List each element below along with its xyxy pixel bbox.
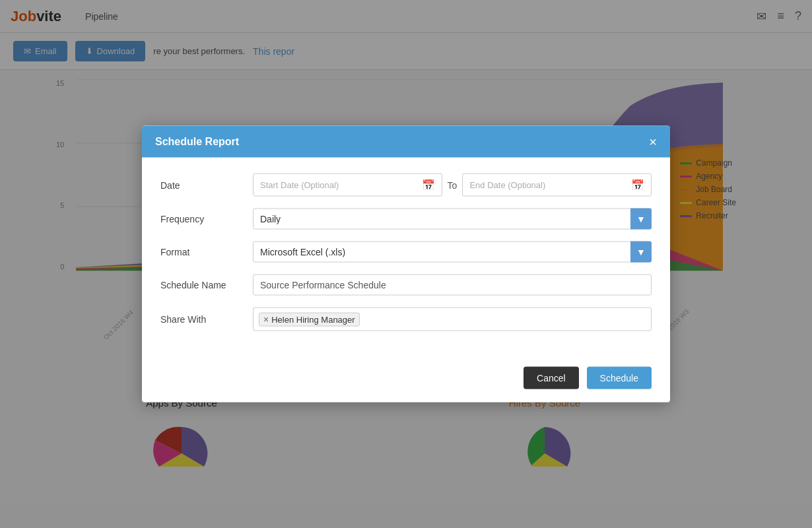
share-with-control: × Helen Hiring Manager bbox=[253, 308, 652, 331]
end-date-input[interactable]: End Date (Optional) 📅 bbox=[462, 174, 652, 197]
schedule-name-input[interactable] bbox=[253, 275, 652, 296]
format-select-wrapper: Microsoft Excel (.xls) CSV PDF ▼ bbox=[253, 242, 652, 263]
modal-header: Schedule Report × bbox=[142, 126, 670, 158]
frequency-select[interactable]: Daily Weekly Monthly bbox=[253, 209, 652, 230]
schedule-button[interactable]: Schedule bbox=[587, 367, 652, 389]
tag-remove-button[interactable]: × bbox=[263, 315, 269, 324]
date-label: Date bbox=[160, 180, 253, 190]
tag-user-label: Helen Hiring Manager bbox=[271, 314, 355, 324]
modal-title: Schedule Report bbox=[155, 136, 239, 148]
frequency-select-wrapper: Daily Weekly Monthly ▼ bbox=[253, 209, 652, 230]
schedule-name-row: Schedule Name bbox=[160, 275, 652, 296]
date-wrapper: Start Date (Optional) 📅 To End Date (Opt… bbox=[253, 174, 652, 197]
format-row: Format Microsoft Excel (.xls) CSV PDF ▼ bbox=[160, 242, 652, 263]
schedule-name-control bbox=[253, 275, 652, 296]
format-select[interactable]: Microsoft Excel (.xls) CSV PDF bbox=[253, 242, 652, 263]
modal-body: Date Start Date (Optional) 📅 To End Date… bbox=[142, 158, 670, 359]
end-calendar-icon[interactable]: 📅 bbox=[631, 179, 644, 191]
date-control: Start Date (Optional) 📅 To End Date (Opt… bbox=[253, 174, 652, 197]
date-row: Date Start Date (Optional) 📅 To End Date… bbox=[160, 174, 652, 197]
start-date-input[interactable]: Start Date (Optional) 📅 bbox=[253, 174, 442, 197]
end-date-placeholder: End Date (Optional) bbox=[469, 180, 545, 190]
frequency-label: Frequency bbox=[160, 214, 253, 224]
format-label: Format bbox=[160, 247, 253, 257]
modal-footer: Cancel Schedule bbox=[142, 359, 670, 403]
frequency-control: Daily Weekly Monthly ▼ bbox=[253, 209, 652, 230]
frequency-row: Frequency Daily Weekly Monthly ▼ bbox=[160, 209, 652, 230]
format-control: Microsoft Excel (.xls) CSV PDF ▼ bbox=[253, 242, 652, 263]
user-tag: × Helen Hiring Manager bbox=[259, 312, 360, 326]
modal-close-button[interactable]: × bbox=[649, 135, 657, 148]
share-with-input[interactable]: × Helen Hiring Manager bbox=[253, 308, 652, 331]
start-calendar-icon[interactable]: 📅 bbox=[422, 179, 435, 191]
share-with-row: Share With × Helen Hiring Manager bbox=[160, 308, 652, 331]
schedule-name-label: Schedule Name bbox=[160, 280, 253, 290]
schedule-report-modal: Schedule Report × Date Start Date (Optio… bbox=[142, 126, 670, 403]
share-with-label: Share With bbox=[160, 314, 253, 325]
start-date-placeholder: Start Date (Optional) bbox=[260, 180, 339, 190]
to-label: To bbox=[448, 180, 457, 190]
cancel-button[interactable]: Cancel bbox=[524, 367, 579, 389]
